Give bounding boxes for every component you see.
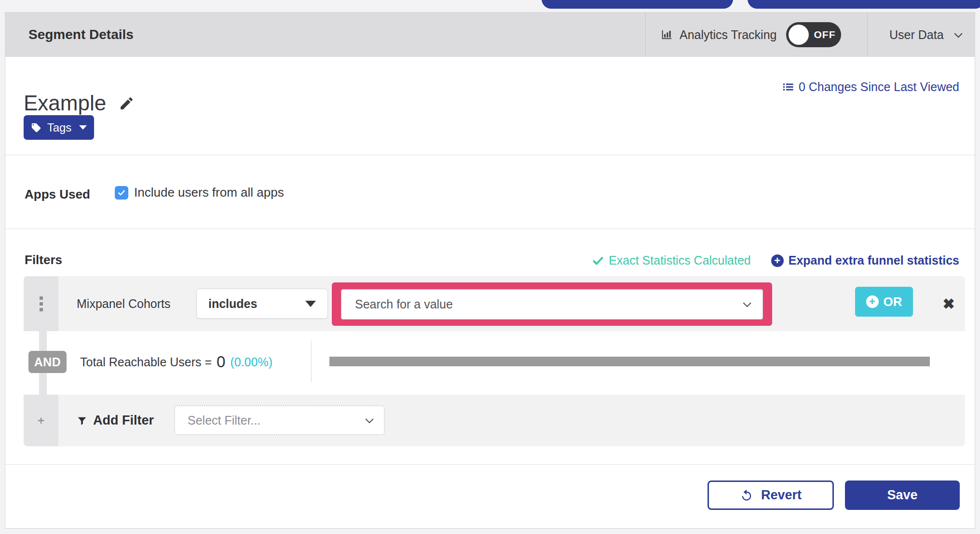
operator-dropdown[interactable]: includes: [196, 289, 328, 319]
caret-down-icon: [79, 125, 87, 130]
value-select-highlight: Search for a value: [332, 282, 772, 326]
and-badge: AND: [28, 351, 67, 373]
segment-details-card: Segment Details Analytics Tracking OFF U…: [5, 12, 975, 529]
section-divider: [5, 155, 975, 155]
chevron-down-icon: [743, 299, 751, 307]
select-filter-dropdown[interactable]: Select Filter...: [174, 405, 385, 435]
changes-link-label: 0 Changes Since Last Viewed: [799, 80, 959, 94]
expand-funnel-statistics-label: Expand extra funnel statistics: [789, 254, 959, 267]
exact-statistics-label: Exact Statistics Calculated: [609, 254, 751, 267]
total-reachable-percent: (0.00%): [230, 355, 272, 369]
add-filter-group: Add Filter: [77, 395, 154, 446]
exact-statistics-status: Exact Statistics Calculated: [592, 254, 751, 267]
total-reachable-users-row: Total Reachable Users = 0 (0.00%): [80, 351, 272, 373]
filters-status-row: Exact Statistics Calculated + Expand ext…: [592, 254, 959, 267]
plus-circle-icon: +: [866, 295, 879, 308]
revert-button-label: Revert: [761, 488, 802, 503]
analytics-tracking-toggle[interactable]: OFF: [786, 22, 841, 47]
include-all-apps-row: Include users from all apps: [115, 185, 284, 200]
drag-dot: [40, 308, 43, 311]
segment-name-row: Example: [24, 91, 135, 115]
apps-used-label: Apps Used: [25, 187, 90, 202]
remove-filter-button[interactable]: ✖: [934, 276, 963, 331]
filter-field-label: Mixpanel Cohorts: [77, 276, 171, 331]
save-button-label: Save: [887, 488, 917, 503]
expand-funnel-statistics-link[interactable]: + Expand extra funnel statistics: [771, 254, 959, 267]
revert-button[interactable]: Revert: [708, 481, 834, 510]
caret-down-icon: [305, 301, 316, 307]
user-data-label: User Data: [889, 28, 944, 42]
section-divider: [5, 228, 975, 229]
select-filter-placeholder: Select Filter...: [188, 414, 260, 427]
chevron-down-icon: [954, 29, 962, 38]
include-all-apps-label: Include users from all apps: [134, 185, 284, 200]
list-icon: [782, 80, 795, 93]
add-filter-row: + Add Filter Select Filter...: [24, 395, 965, 446]
plus-icon: +: [38, 414, 44, 427]
bar-chart-icon: [660, 28, 674, 41]
plus-circle-icon: +: [771, 254, 784, 267]
operator-value: includes: [208, 297, 257, 311]
analytics-tracking-group: Analytics Tracking OFF: [660, 13, 841, 57]
tag-icon: [31, 122, 41, 133]
drag-dot: [40, 302, 43, 306]
top-partial-button-left[interactable]: [542, 0, 733, 9]
add-filter-strip[interactable]: +: [24, 395, 58, 446]
value-select-placeholder: Search for a value: [355, 297, 453, 311]
check-icon: [592, 255, 604, 267]
or-button-label: OR: [884, 294, 902, 309]
segment-name: Example: [24, 91, 106, 115]
value-search-select[interactable]: Search for a value: [341, 289, 763, 320]
add-or-button[interactable]: + OR: [855, 287, 913, 317]
card-header: Segment Details Analytics Tracking OFF U…: [5, 13, 975, 57]
total-reachable-value: 0: [217, 353, 225, 371]
page-title: Segment Details: [28, 13, 134, 57]
funnel-icon: [77, 415, 87, 426]
save-button[interactable]: Save: [845, 481, 960, 510]
reachable-users-progress-bar: [329, 357, 930, 366]
add-filter-label: Add Filter: [93, 413, 154, 428]
revert-icon: [740, 489, 753, 502]
tags-button-label: Tags: [47, 121, 72, 134]
vertical-divider: [311, 341, 312, 382]
total-reachable-label: Total Reachable Users =: [80, 355, 212, 369]
analytics-tracking-label: Analytics Tracking: [680, 28, 776, 42]
filters-heading: Filters: [25, 253, 62, 267]
changes-since-last-viewed-link[interactable]: 0 Changes Since Last Viewed: [782, 80, 959, 94]
filter-row: Mixpanel Cohorts includes Search for a v…: [24, 276, 965, 331]
include-all-apps-checkbox[interactable]: [115, 186, 128, 200]
header-divider: [867, 13, 868, 57]
chevron-down-icon: [366, 415, 374, 423]
toggle-state-label: OFF: [814, 29, 835, 40]
user-data-dropdown[interactable]: User Data: [889, 13, 960, 57]
footer-divider: [5, 464, 975, 465]
top-partial-button-right[interactable]: [748, 0, 980, 9]
tags-button[interactable]: Tags: [24, 115, 94, 140]
drag-dot: [40, 296, 43, 300]
toggle-knob: [789, 25, 809, 45]
edit-pencil-icon[interactable]: [119, 95, 135, 111]
header-divider: [645, 13, 646, 57]
drag-handle[interactable]: [24, 276, 58, 331]
